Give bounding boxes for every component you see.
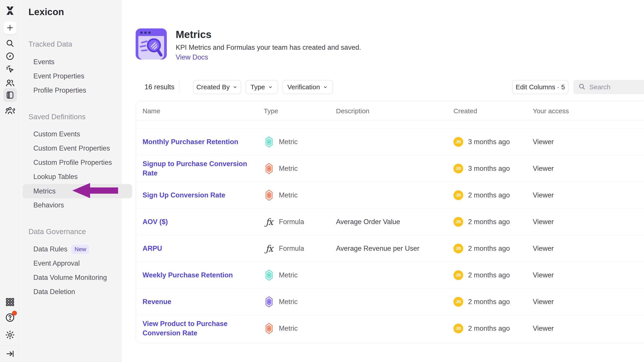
access-cell: Viewer — [533, 191, 644, 199]
cursor-click-icon[interactable] — [0, 64, 20, 74]
metric-type-icon — [264, 190, 274, 201]
metric-name-link[interactable]: ARPU — [142, 244, 162, 253]
type-label: Formula — [279, 244, 304, 252]
sidebar-item-events[interactable]: Events — [20, 55, 122, 69]
sidebar-item-metrics[interactable]: Metrics — [23, 184, 132, 198]
search-input[interactable] — [589, 83, 643, 91]
table-body: Monthly Purchaser Retention Metric JB 3 … — [136, 129, 644, 342]
section-data-governance: Data Governance — [28, 224, 86, 239]
access-cell: Viewer — [533, 138, 644, 146]
access-cell: Viewer — [533, 244, 644, 252]
collapse-panel-icon[interactable] — [0, 348, 20, 359]
column-header-type: Type — [264, 107, 336, 115]
created-time: 2 months ago — [468, 298, 510, 306]
access-cell: Viewer — [533, 165, 644, 173]
new-report-button[interactable] — [0, 21, 20, 34]
sidebar-item-custom-profile-properties[interactable]: Custom Profile Properties — [20, 156, 122, 170]
metric-name-link[interactable]: AOV ($) — [142, 217, 168, 226]
type-label: Metric — [279, 138, 298, 146]
sidebar-item-event-approval[interactable]: Event Approval — [20, 256, 122, 270]
type-label: Metric — [279, 298, 298, 306]
sidebar-item-data-rules[interactable]: Data Rules New — [20, 242, 122, 256]
search-icon[interactable] — [0, 38, 20, 48]
avatar: JB — [454, 270, 463, 280]
chevron-down-icon — [268, 84, 273, 90]
metric-name-link[interactable]: View Product to Purchase Conversion Rate — [142, 319, 264, 338]
created-time: 2 months ago — [468, 218, 510, 226]
help-button[interactable] — [0, 312, 20, 323]
section-saved-definitions: Saved Definitions — [28, 110, 86, 124]
page-title: Lexicon — [28, 7, 64, 17]
filter-verification[interactable]: Verification — [282, 80, 333, 94]
metrics-table: Name Type Description Created Your acces… — [136, 101, 644, 343]
type-label: Metric — [279, 271, 298, 279]
table-row[interactable]: AOV ($) ƒx Formula Average Order Value J… — [136, 208, 644, 235]
avatar: JB — [454, 324, 463, 333]
metric-type-icon: ƒx — [264, 243, 274, 254]
main-title: Metrics — [176, 28, 212, 40]
created-time: 2 months ago — [468, 191, 510, 199]
sidebar-item-data-volume-monitoring[interactable]: Data Volume Monitoring — [20, 270, 122, 285]
apps-grid-icon[interactable] — [0, 296, 20, 308]
column-header-your-access: Your access — [533, 107, 644, 115]
table-row[interactable]: Revenue Metric JB 2 months ago Viewer — [136, 289, 644, 315]
search-icon — [578, 83, 586, 91]
filter-type[interactable]: Type — [246, 80, 278, 94]
sidebar-item-data-deletion[interactable]: Data Deletion — [20, 285, 122, 299]
sidebar-item-custom-event-properties[interactable]: Custom Event Properties — [20, 141, 122, 156]
compass-icon[interactable] — [0, 51, 20, 61]
rail-divider — [0, 346, 20, 346]
access-cell: Viewer — [533, 271, 644, 279]
avatar: JB — [454, 244, 463, 253]
metric-name-link[interactable]: Weekly Purchase Retention — [142, 270, 233, 280]
chevron-down-icon — [232, 84, 238, 90]
access-cell: Viewer — [533, 298, 644, 306]
metric-name-link[interactable]: Monthly Purchaser Retention — [142, 137, 238, 147]
sidebar-item-lookup-tables[interactable]: Lookup Tables — [20, 170, 122, 184]
plus-icon — [4, 21, 16, 34]
metric-name-link[interactable]: Revenue — [142, 297, 171, 307]
notification-dot — [12, 311, 17, 316]
type-label: Metric — [279, 191, 298, 199]
lexicon-nav-active[interactable] — [0, 88, 20, 102]
metric-type-icon — [264, 136, 274, 148]
settings-gear-icon[interactable] — [0, 329, 20, 341]
created-time: 2 months ago — [468, 244, 510, 252]
table-row[interactable]: ARPU ƒx Formula Average Revenue per User… — [136, 235, 644, 262]
sidebar-item-profile-properties[interactable]: Profile Properties — [20, 83, 122, 98]
access-cell: Viewer — [533, 218, 644, 226]
created-time: 2 months ago — [468, 271, 510, 279]
sidebar-item-behaviors[interactable]: Behaviors — [20, 198, 122, 212]
metric-name-link[interactable]: Signup to Purchase Conversion Rate — [142, 159, 264, 178]
chevron-down-icon — [323, 84, 328, 90]
avatar: JB — [454, 217, 463, 227]
filter-created-by[interactable]: Created By — [193, 80, 241, 94]
table-row[interactable]: Monthly Purchaser Retention Metric JB 3 … — [136, 129, 644, 155]
created-time: 3 months ago — [468, 138, 510, 146]
icon-rail — [0, 0, 20, 362]
table-row[interactable]: Weekly Purchase Retention Metric JB 2 mo… — [136, 262, 644, 289]
table-row[interactable]: Sign Up Conversion Rate Metric JB 2 mont… — [136, 182, 644, 208]
column-header-description: Description — [336, 107, 454, 115]
lexicon-book-icon — [6, 91, 14, 100]
description-cell: Average Order Value — [336, 218, 454, 226]
avatar: JB — [454, 297, 463, 307]
avatar: JB — [454, 190, 463, 200]
view-docs-link[interactable]: View Docs — [176, 53, 208, 61]
metric-name-link[interactable]: Sign Up Conversion Rate — [142, 190, 225, 200]
edit-columns-button[interactable]: Edit Columns · 5 — [512, 80, 568, 94]
created-time: 3 months ago — [468, 165, 510, 173]
users-icon[interactable] — [0, 78, 20, 88]
description-cell: Average Revenue per User — [336, 244, 454, 252]
access-cell: Viewer — [533, 325, 644, 333]
table-row[interactable]: View Product to Purchase Conversion Rate… — [136, 315, 644, 342]
results-count: 16 results — [144, 80, 174, 94]
toolbar-divider — [179, 81, 180, 93]
mixpanel-logo-icon[interactable] — [0, 5, 20, 16]
community-icon[interactable] — [0, 105, 20, 116]
table-row[interactable]: Signup to Purchase Conversion Rate Metri… — [136, 155, 644, 182]
metric-type-icon — [264, 270, 274, 281]
sidebar-item-event-properties[interactable]: Event Properties — [20, 69, 122, 83]
avatar: JB — [454, 164, 463, 174]
sidebar-item-custom-events[interactable]: Custom Events — [20, 127, 122, 141]
